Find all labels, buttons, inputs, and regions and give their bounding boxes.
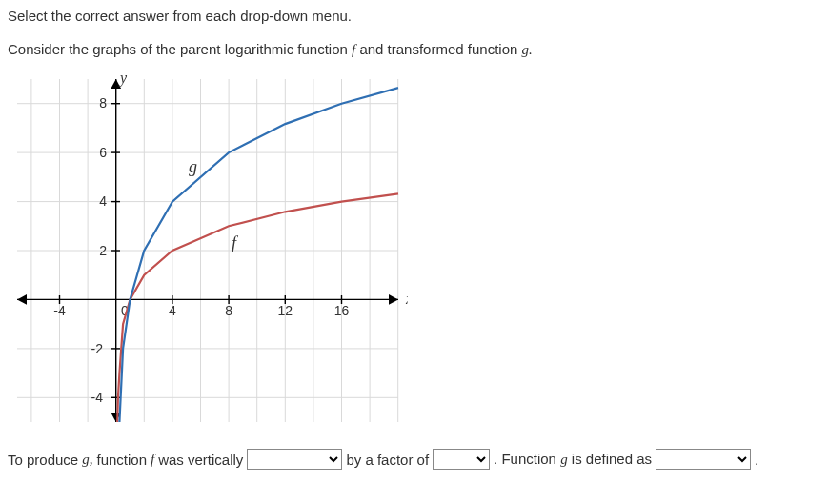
chart-svg: -4 0 4 8 12 16 8 6 4 2 -2 -4 x y f g: [8, 70, 408, 432]
xtick-4: 4: [169, 303, 176, 318]
ans-t1-pre: To produce: [8, 452, 78, 468]
xtick-8: 8: [225, 303, 232, 318]
ans-t1-f: f: [151, 452, 154, 467]
ytick--4: -4: [91, 390, 104, 405]
ans-period: .: [755, 452, 758, 468]
ans-t3-post: is defined as: [568, 451, 652, 467]
instruction-text: Select the correct answer from each drop…: [8, 8, 820, 24]
y-axis-label: y: [118, 70, 128, 87]
xtick--4: -4: [53, 303, 66, 318]
dropdown-factor[interactable]: [433, 449, 490, 470]
svg-marker-23: [17, 294, 27, 305]
prompt-g: g.: [521, 42, 532, 57]
ytick-4: 4: [99, 193, 107, 209]
x-axis-label: x: [405, 291, 408, 307]
ans-t2: by a factor of: [346, 452, 429, 468]
svg-marker-22: [389, 294, 398, 305]
label-g: g: [189, 157, 197, 176]
ytick-2: 2: [99, 243, 107, 258]
ans-t3-pre: . Function: [494, 451, 560, 467]
answer-sentence: To produce g, function f was vertically …: [8, 449, 820, 470]
prompt-pre: Consider the graphs of the parent logari…: [8, 41, 352, 57]
ytick-8: 8: [99, 95, 107, 111]
ans-t1-post: was vertically: [158, 452, 243, 468]
chart-container: -4 0 4 8 12 16 8 6 4 2 -2 -4 x y f g: [8, 70, 408, 432]
prompt-mid: and transformed function: [355, 41, 521, 57]
prompt-text: Consider the graphs of the parent logari…: [8, 41, 820, 58]
curve-g: [119, 88, 398, 422]
xtick-12: 12: [278, 303, 293, 318]
ans-t1-g: g,: [82, 452, 92, 467]
dropdown-definition[interactable]: [656, 449, 751, 470]
ytick-6: 6: [99, 145, 107, 160]
label-f: f: [232, 233, 239, 252]
chart-grid: [17, 79, 398, 422]
ans-t3-g: g: [560, 452, 568, 467]
ytick--2: -2: [91, 341, 104, 356]
ans-t1-mid: function: [96, 452, 147, 468]
curve-f: [117, 193, 398, 422]
xtick-16: 16: [334, 303, 350, 318]
dropdown-vertical-transform[interactable]: [247, 449, 342, 470]
